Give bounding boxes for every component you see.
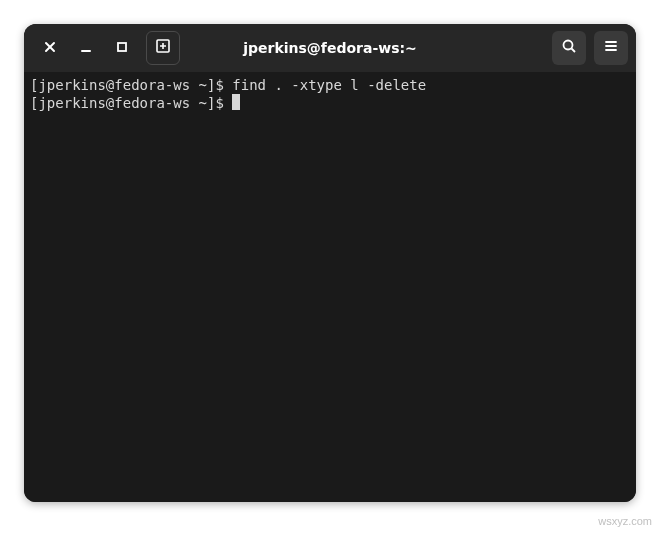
minimize-button[interactable] bbox=[68, 32, 104, 64]
maximize-button[interactable] bbox=[104, 32, 140, 64]
svg-rect-3 bbox=[118, 43, 126, 51]
terminal-window: jperkins@fedora-ws:~ bbox=[24, 24, 636, 502]
prompt: [jperkins@fedora-ws ~]$ bbox=[30, 77, 232, 93]
new-tab-icon bbox=[155, 38, 171, 58]
watermark: wsxyz.com bbox=[598, 515, 652, 527]
close-icon bbox=[43, 39, 57, 58]
titlebar-left-controls bbox=[32, 31, 180, 65]
cursor bbox=[232, 94, 240, 110]
minimize-icon bbox=[79, 39, 93, 58]
prompt: [jperkins@fedora-ws ~]$ bbox=[30, 95, 232, 111]
svg-point-7 bbox=[564, 41, 573, 50]
search-button[interactable] bbox=[552, 31, 586, 65]
close-button[interactable] bbox=[32, 32, 68, 64]
terminal-line: [jperkins@fedora-ws ~]$ bbox=[30, 94, 630, 112]
command-text: find . -xtype l -delete bbox=[232, 77, 426, 93]
titlebar: jperkins@fedora-ws:~ bbox=[24, 24, 636, 72]
hamburger-icon bbox=[603, 38, 619, 58]
maximize-icon bbox=[115, 39, 129, 58]
new-tab-button[interactable] bbox=[146, 31, 180, 65]
menu-button[interactable] bbox=[594, 31, 628, 65]
svg-line-8 bbox=[572, 49, 576, 53]
terminal-body[interactable]: [jperkins@fedora-ws ~]$ find . -xtype l … bbox=[24, 72, 636, 502]
search-icon bbox=[561, 38, 577, 58]
titlebar-right-controls bbox=[552, 31, 628, 65]
window-title: jperkins@fedora-ws:~ bbox=[243, 40, 417, 56]
terminal-line: [jperkins@fedora-ws ~]$ find . -xtype l … bbox=[30, 76, 630, 94]
